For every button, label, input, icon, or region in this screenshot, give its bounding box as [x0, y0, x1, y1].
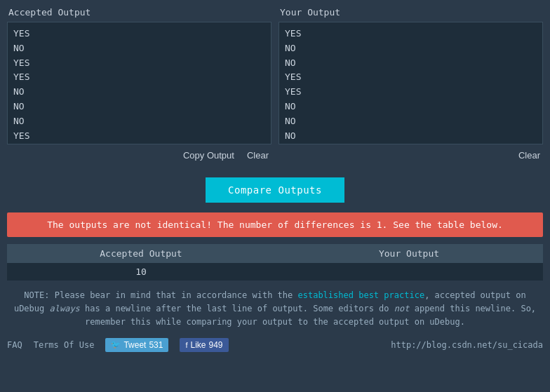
comparison-header-yours: Your Output [275, 244, 543, 263]
clear-accepted-button[interactable]: Clear [244, 149, 271, 162]
your-output-actions: Clear [279, 144, 543, 165]
compare-area: Compare Outputs [0, 165, 550, 212]
like-count: 949 [209, 340, 223, 350]
comparison-header-accepted: Accepted Output [7, 244, 275, 263]
note-not: not [394, 304, 410, 313]
compare-outputs-button[interactable]: Compare Outputs [206, 177, 344, 203]
result-message: The outputs are not identical! The numbe… [7, 212, 543, 237]
copy-output-button[interactable]: Copy Output [180, 149, 237, 162]
accepted-output-actions: Copy Output Clear [7, 144, 271, 165]
your-output-panel: Your Output YES NO NO YES YES NO NO NO Y… [279, 7, 543, 165]
tweet-button[interactable]: 🐦 Tweet 531 [105, 338, 168, 352]
accepted-output-panel: Accepted Output YES NO YES YES NO NO NO … [7, 7, 271, 165]
note-section: NOTE: Please bear in mind that in accord… [7, 289, 543, 330]
facebook-icon: f [185, 341, 187, 349]
clear-yours-button[interactable]: Clear [516, 149, 543, 162]
like-label: Like [191, 340, 206, 350]
table-row: 10 [7, 263, 543, 281]
footer-url: http://blog.csdn.net/su_cicada [391, 340, 543, 350]
footer: FAQ Terms Of Use 🐦 Tweet 531 f Like 949 … [0, 330, 550, 358]
twitter-icon: 🐦 [111, 340, 121, 349]
accepted-output-label: Accepted Output [7, 7, 271, 18]
note-always: always [49, 304, 79, 313]
tweet-count: 531 [149, 340, 163, 350]
tweet-label: Tweet [123, 340, 146, 350]
note-link[interactable]: established best practice [298, 290, 425, 300]
terms-link[interactable]: Terms Of Use [34, 340, 95, 350]
comparison-cell-accepted: 10 [7, 263, 275, 281]
note-prefix: NOTE: Please bear in mind that in accord… [24, 290, 297, 300]
comparison-cell-yours [275, 263, 543, 281]
comparison-table: Accepted Output Your Output 10 [7, 244, 543, 281]
accepted-output-textarea[interactable]: YES NO YES YES NO NO NO YES [7, 22, 271, 144]
faq-link[interactable]: FAQ [7, 340, 22, 350]
like-button[interactable]: f Like 949 [180, 338, 228, 352]
output-panels-container: Accepted Output YES NO YES YES NO NO NO … [0, 0, 550, 165]
your-output-label: Your Output [279, 7, 543, 18]
your-output-textarea[interactable]: YES NO NO YES YES NO NO NO YES [279, 22, 543, 144]
comparison-table-area: Accepted Output Your Output 10 [7, 244, 543, 281]
